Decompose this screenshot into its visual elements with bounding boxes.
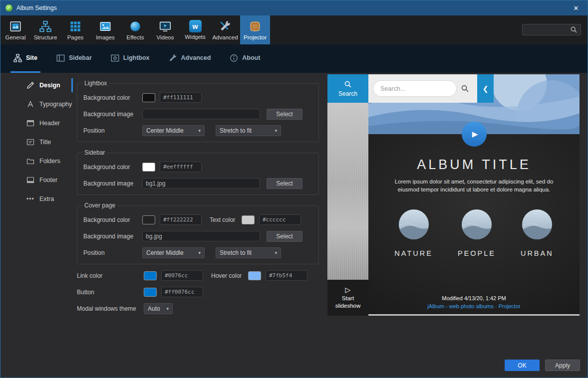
sidebar-item-extra[interactable]: ••• Extra <box>0 189 73 208</box>
toolbar-item-videos[interactable]: Videos <box>150 15 180 44</box>
hover-color-swatch[interactable] <box>248 271 261 280</box>
cover-text-color-input[interactable] <box>259 214 301 225</box>
toolbar-item-advanced[interactable]: Advanced <box>210 15 240 44</box>
lightbox-bg-color-swatch[interactable] <box>142 93 155 102</box>
sidebar-bg-image-input[interactable] <box>142 178 260 189</box>
sidebar-item-header[interactable]: Header <box>0 114 73 133</box>
toolbar-item-widgets[interactable]: w Widgets <box>180 15 210 44</box>
preview-play-button[interactable]: ▶ <box>462 122 487 147</box>
toolbar-search-input[interactable] <box>523 26 570 33</box>
preview-folder-thumbs: NATURE PEOPLE <box>394 209 553 257</box>
sidebar-bg-image-row: Background image Select <box>83 175 312 191</box>
sidebar-bg-image-select-button[interactable]: Select <box>267 178 302 189</box>
apply-button[interactable]: Apply <box>545 360 580 371</box>
cover-bg-image-select-button[interactable]: Select <box>267 231 302 242</box>
search-icon[interactable] <box>461 84 469 93</box>
group-legend: Cover page <box>82 202 118 209</box>
toolbar-item-images[interactable]: Images <box>90 15 120 44</box>
settings-panel: Lightbox Background color Background ima… <box>75 73 325 317</box>
structure-icon <box>39 20 52 33</box>
preview-modified-date: Modified 4/13/20, 1:42 PM <box>368 295 580 301</box>
preview-bottom-edge <box>368 314 580 316</box>
preview-collapse-button[interactable]: ❮ <box>477 74 494 103</box>
dialog-buttons: OK Apply <box>505 360 580 371</box>
link-color-input[interactable] <box>161 270 203 281</box>
effects-icon <box>129 20 142 33</box>
tab-site[interactable]: Site <box>10 44 40 73</box>
toolbar-label: Pages <box>67 34 84 40</box>
preview-album-title: ALBUM TITLE <box>417 157 531 173</box>
lightbox-bg-color-input[interactable] <box>160 92 202 103</box>
preview-main: ❮ ▶ ALBUM TITLE Lorem ipsum dolor sit am… <box>368 74 580 316</box>
album-preview: Search ▷ Start slideshow <box>327 74 580 316</box>
sitemap-icon <box>13 54 22 62</box>
preview-footer-links: jAlbum - web photo albums·Projector <box>368 303 580 309</box>
toolbar-label: Structure <box>34 34 57 40</box>
link-color-row: Link color Hover color <box>77 267 319 284</box>
button-color-swatch[interactable] <box>144 288 157 297</box>
cover-stretch-dropdown[interactable]: Stretch to fit▾ <box>216 247 281 258</box>
toolbar-item-pages[interactable]: Pages <box>60 15 90 44</box>
group-legend: Sidebar <box>82 149 107 156</box>
sidebar-item-folders[interactable]: Folders <box>0 152 73 171</box>
folder-thumb-people[interactable]: PEOPLE <box>458 209 496 257</box>
toolbar-label: Advanced <box>212 34 238 40</box>
toolbar-item-projector[interactable]: Projector <box>240 15 270 44</box>
thumb-image <box>522 209 553 240</box>
design-icon <box>26 81 34 89</box>
tab-about[interactable]: About <box>227 44 263 73</box>
lightbox-bg-image-row: Background image Select <box>83 106 312 122</box>
toolbar-item-general[interactable]: General <box>0 15 30 44</box>
modal-theme-dropdown[interactable]: Auto▾ <box>144 303 173 314</box>
toolbar-item-effects[interactable]: Effects <box>120 15 150 44</box>
cover-text-color-swatch[interactable] <box>242 215 255 224</box>
folder-thumb-urban[interactable]: URBAN <box>521 209 554 257</box>
lightbox-group: Lightbox Background color Background ima… <box>77 83 319 142</box>
preview-search-button[interactable]: Search <box>327 74 368 103</box>
preview-search-input[interactable] <box>373 80 457 97</box>
footer-icon <box>26 176 34 184</box>
sidebar-item-design[interactable]: Design <box>0 76 73 95</box>
tab-sidebar[interactable]: Sidebar <box>53 44 95 73</box>
toolbar-search[interactable] <box>522 24 581 35</box>
videos-icon <box>159 20 172 33</box>
lightbox-stretch-dropdown[interactable]: Stretch to fit▾ <box>216 125 281 136</box>
cover-bg-image-row: Background image Select <box>83 228 312 244</box>
toolbar-label: Images <box>96 34 115 40</box>
preview-start-slideshow-button[interactable]: ▷ Start slideshow <box>327 280 368 316</box>
sidebar-item-typography[interactable]: Typography <box>0 95 73 114</box>
app-icon <box>5 4 13 12</box>
window-title: Album Settings <box>16 4 57 11</box>
sidebar-item-title[interactable]: Title <box>0 133 73 152</box>
cover-page-group: Cover page Background color Text color B… <box>77 205 319 264</box>
ok-button[interactable]: OK <box>505 360 540 371</box>
toolbar-item-structure[interactable]: Structure <box>30 15 60 44</box>
sidebar-bg-color-input[interactable] <box>160 162 202 172</box>
preview-jalbum-link[interactable]: jAlbum - web photo albums <box>427 303 494 309</box>
cover-bg-color-swatch[interactable] <box>142 215 155 224</box>
button-color-input[interactable] <box>161 287 203 297</box>
skin-icon <box>249 20 262 33</box>
folder-thumb-nature[interactable]: NATURE <box>394 209 433 257</box>
sidebar-bg-color-swatch[interactable] <box>142 163 155 172</box>
preview-projector-link[interactable]: Projector <box>499 303 521 309</box>
toolbar-label: Widgets <box>185 34 206 40</box>
toolbar-label: Projector <box>244 34 267 40</box>
link-color-swatch[interactable] <box>144 271 157 280</box>
tab-lightbox[interactable]: Lightbox <box>108 44 153 73</box>
lightbox-position-dropdown[interactable]: Center Middle▾ <box>142 125 205 136</box>
cover-bg-image-input[interactable] <box>142 231 260 241</box>
cover-position-dropdown[interactable]: Center Middle▾ <box>142 247 205 258</box>
hover-color-input[interactable] <box>266 270 307 281</box>
album-settings-window: Album Settings ✕ General Structure Pages… <box>0 0 588 378</box>
lightbox-bg-image-input[interactable] <box>142 109 260 119</box>
tab-advanced[interactable]: Advanced <box>166 44 214 73</box>
lightbox-bg-image-select-button[interactable]: Select <box>267 109 302 120</box>
thumb-image <box>398 209 429 240</box>
close-button[interactable]: ✕ <box>565 0 588 15</box>
sidebar-panel-icon <box>56 54 65 62</box>
sidebar-item-footer[interactable]: Footer <box>0 171 73 189</box>
cover-bg-color-input[interactable] <box>160 214 202 225</box>
toolbar-label: Videos <box>157 34 174 40</box>
group-legend: Lightbox <box>82 80 109 87</box>
